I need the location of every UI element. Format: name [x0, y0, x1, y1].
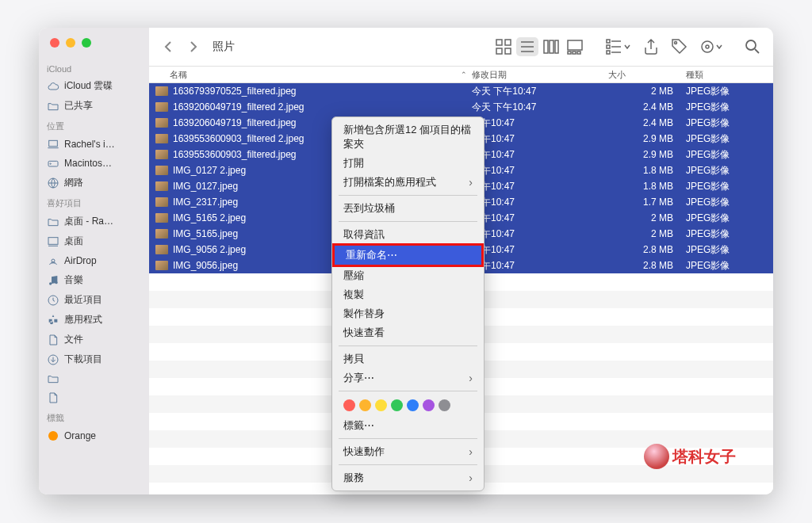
watermark-icon — [644, 444, 669, 469]
sidebar-item-label: 文件 — [64, 333, 83, 346]
menu-item[interactable]: 複製 — [332, 285, 484, 304]
sidebar-item[interactable]: 網路 — [39, 173, 149, 193]
file-thumbnail-icon — [155, 166, 168, 175]
tag-color-button[interactable] — [359, 399, 371, 411]
list-view-button[interactable] — [516, 37, 538, 56]
folder-icon — [47, 372, 59, 385]
svg-point-3 — [50, 163, 51, 164]
file-size: 2.8 MB — [608, 244, 686, 255]
sidebar-item-label: 應用程式 — [64, 313, 102, 326]
minimize-button[interactable] — [66, 38, 75, 48]
sidebar-item[interactable]: iCloud 雲碟 — [39, 76, 149, 96]
menu-item[interactable]: 重新命名⋯ — [332, 243, 484, 267]
file-row[interactable]: 1639206049719_filtered 2.jpeg今天 下午10:472… — [149, 99, 773, 115]
menu-item[interactable]: 取得資訊 — [332, 225, 484, 244]
close-button[interactable] — [50, 38, 59, 48]
sidebar-item[interactable]: 桌面 — [39, 231, 149, 251]
menu-item-label: 標籤⋯ — [343, 418, 374, 433]
sidebar-item[interactable]: AirDrop — [39, 251, 149, 270]
menu-separator — [339, 464, 477, 465]
tags-button[interactable] — [668, 37, 691, 56]
file-size: 1.8 MB — [608, 165, 686, 176]
column-size[interactable]: 大小 — [608, 69, 686, 81]
sidebar-item[interactable]: 應用程式 — [39, 310, 149, 330]
action-button[interactable] — [697, 37, 726, 56]
tag-color-button[interactable] — [343, 399, 355, 411]
column-date[interactable]: 修改日期 — [472, 69, 608, 81]
file-thumbnail-icon — [155, 197, 168, 207]
laptop-icon — [47, 138, 59, 151]
sidebar-item[interactable]: 文件 — [39, 330, 149, 349]
sidebar-item[interactable]: Orange — [39, 426, 149, 445]
sidebar-item-label: iCloud 雲碟 — [64, 79, 113, 93]
menu-item[interactable]: 打開 — [332, 154, 484, 173]
sidebar-item[interactable]: 音樂 — [39, 270, 149, 290]
svg-point-9 — [55, 281, 57, 284]
menu-item[interactable]: 新增包含所選12 個項目的檔案夾 — [332, 120, 484, 154]
download-icon — [47, 353, 59, 366]
menu-item[interactable]: 分享⋯ — [332, 368, 484, 387]
column-headers: 名稱⌃ 修改日期 大小 種類 — [149, 66, 773, 83]
menu-item[interactable]: 服務 — [332, 468, 484, 487]
svg-rect-28 — [607, 45, 610, 48]
back-button[interactable] — [159, 37, 178, 56]
share-button[interactable] — [640, 37, 662, 56]
zoom-button[interactable] — [82, 38, 91, 48]
svg-rect-27 — [607, 40, 610, 43]
file-thumbnail-icon — [155, 102, 168, 112]
tag-color-button[interactable] — [407, 399, 419, 411]
sidebar-item-label: AirDrop — [64, 255, 97, 266]
sidebar-item[interactable] — [39, 369, 149, 388]
menu-item[interactable]: 快速動作 — [332, 442, 484, 461]
menu-item[interactable]: 標籤⋯ — [332, 416, 484, 435]
menu-item-label: 分享⋯ — [343, 371, 374, 385]
file-size: 2.4 MB — [608, 117, 686, 128]
sidebar-item[interactable]: 已共享 — [39, 96, 149, 116]
watermark: 塔科女子 — [644, 444, 736, 469]
sidebar-section-header: iCloud — [39, 59, 149, 76]
menu-item[interactable]: 快速查看 — [332, 323, 484, 342]
sidebar-item-label: 桌面 — [64, 235, 83, 248]
menu-item[interactable]: 壓縮 — [332, 266, 484, 285]
forward-button[interactable] — [184, 37, 203, 56]
menu-separator — [339, 345, 477, 346]
sidebar-item[interactable]: 下載項目 — [39, 349, 149, 369]
gallery-view-button[interactable] — [564, 37, 586, 56]
menu-item-label: 複製 — [343, 288, 364, 302]
column-view-button[interactable] — [540, 37, 562, 56]
file-size: 2.4 MB — [608, 101, 686, 113]
menu-item[interactable]: 拷貝 — [332, 349, 484, 368]
search-button[interactable] — [741, 37, 764, 56]
tag-color-button[interactable] — [391, 399, 403, 411]
menu-item-label: 拷貝 — [343, 352, 364, 366]
icon-view-button[interactable] — [492, 37, 515, 56]
tag-color-button[interactable] — [423, 399, 435, 411]
tag-color-button[interactable] — [375, 399, 387, 411]
file-kind: JPEG影像 — [686, 116, 773, 130]
sidebar-item-label: 音樂 — [64, 273, 83, 287]
sidebar-section-header: 喜好項目 — [39, 193, 149, 212]
tag-color-button[interactable] — [439, 399, 450, 411]
file-row[interactable]: 1636793970525_filtered.jpeg今天 下午10:472 M… — [149, 83, 773, 99]
file-size: 1.7 MB — [608, 197, 686, 208]
sidebar: iCloudiCloud 雲碟已共享位置Rachel's i…Macintos…… — [39, 28, 149, 494]
column-name[interactable]: 名稱⌃ — [149, 69, 472, 81]
sidebar-item[interactable] — [39, 388, 149, 407]
menu-separator — [339, 221, 477, 222]
menu-item[interactable]: 丟到垃圾桶 — [332, 199, 484, 218]
sidebar-item[interactable]: Macintos… — [39, 154, 149, 173]
menu-item[interactable]: 製作替身 — [332, 304, 484, 323]
sidebar-item[interactable]: 桌面 - Ra… — [39, 212, 149, 231]
menu-item[interactable]: 打開檔案的應用程式 — [332, 173, 484, 192]
svg-point-34 — [702, 41, 713, 52]
group-by-button[interactable] — [602, 37, 634, 56]
apps-icon — [47, 314, 59, 326]
sidebar-item[interactable]: 最近項目 — [39, 290, 149, 310]
file-date: 今天 下午10:47 — [472, 85, 608, 98]
menu-item-label: 取得資訊 — [343, 227, 385, 242]
sidebar-item[interactable]: Rachel's i… — [39, 135, 149, 154]
file-size: 2.9 MB — [608, 133, 686, 144]
column-kind[interactable]: 種類 — [686, 69, 773, 81]
file-date: 下午10:47 — [472, 116, 608, 130]
svg-rect-0 — [49, 140, 58, 146]
